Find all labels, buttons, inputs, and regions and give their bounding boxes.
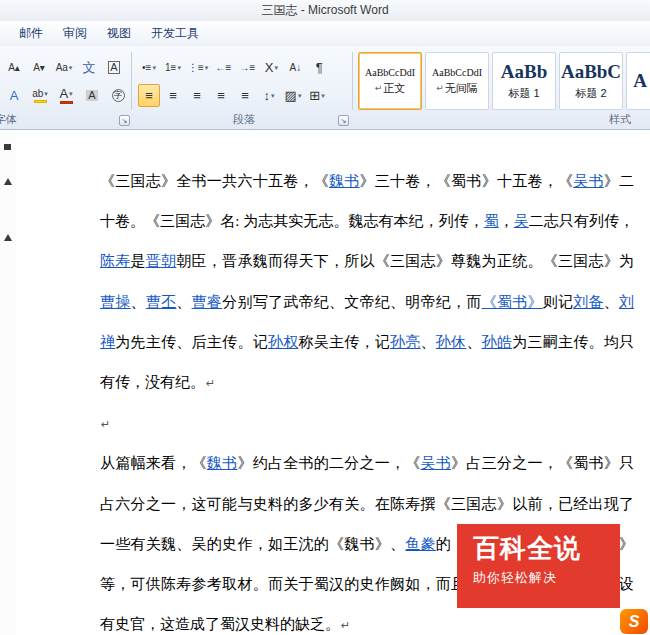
text-run: 称吴主传，记	[298, 334, 390, 350]
change-case-button[interactable]: Aa▾	[53, 56, 75, 79]
corner-logo: S	[620, 609, 648, 634]
menu-tab-view[interactable]: 视图	[98, 22, 140, 45]
hyperlink[interactable]: 晋朝	[146, 253, 177, 269]
style-normal[interactable]: AaBbCcDdI↵正文	[358, 52, 422, 110]
hyperlink[interactable]: 吴书	[573, 173, 604, 189]
hyperlink[interactable]: 吴书	[421, 455, 452, 471]
font-dialog-launcher-icon[interactable]: ↘	[119, 115, 130, 126]
hyperlink[interactable]: 孙权	[268, 334, 299, 350]
increase-indent-icon: →≡	[239, 63, 255, 73]
style-name: 标题 1	[508, 86, 539, 101]
shading-button[interactable]: ▨▾	[282, 84, 304, 107]
dropdown-arrow-icon: ▾	[152, 64, 156, 71]
hyperlink[interactable]: 鱼豢	[405, 536, 436, 552]
dropdown-arrow-icon: ▾	[271, 92, 275, 99]
phonetic-guide-icon: 文	[83, 61, 96, 74]
styles-group-label: 样式	[560, 112, 650, 127]
text-effect-button[interactable]: A	[3, 84, 25, 107]
ruler-marker	[4, 234, 12, 241]
window-title: 三国志 - Microsoft Word	[261, 3, 388, 17]
watermark: 百科全说 助你轻松解决	[457, 524, 620, 608]
menu-tab-developer[interactable]: 开发工具	[142, 22, 208, 45]
hyperlink[interactable]: 孙皓	[482, 334, 513, 350]
text-run: 、	[421, 334, 436, 350]
menu-tab-mail[interactable]: 邮件	[10, 22, 52, 45]
style-no-spacing[interactable]: AaBbCcDdI↵无间隔	[425, 52, 489, 110]
paragraph-group-row2: ≡≡≡≡≡↕▾▨▾⊞▾	[138, 84, 328, 107]
sort-button[interactable]: A↓	[284, 56, 306, 79]
color-bar	[60, 101, 73, 104]
style-label: 标题 2	[575, 86, 606, 101]
text-effect-icon: A	[10, 89, 19, 102]
text-run: 则记	[543, 294, 574, 310]
paragraph-dialog-launcher-icon[interactable]: ↘	[338, 115, 349, 126]
align-right-button[interactable]: ≡	[186, 84, 208, 107]
distribute-button[interactable]: ≡	[234, 84, 256, 107]
asian-layout-button[interactable]: X▾	[260, 56, 282, 79]
hyperlink[interactable]: 孙亮	[390, 334, 421, 350]
shading-icon: ▨	[285, 89, 297, 102]
dropdown-arrow-icon: ▾	[44, 90, 48, 97]
decrease-indent-button[interactable]: ←≡	[212, 56, 234, 79]
hyperlink[interactable]: 曹睿	[192, 294, 223, 310]
align-left-button[interactable]: ≡	[138, 84, 160, 107]
hyperlink[interactable]: 刘备	[573, 294, 604, 310]
font-group-label: 字体	[0, 112, 28, 127]
character-border-button[interactable]: A	[103, 56, 125, 79]
show-formatting-marks-icon: ¶	[316, 61, 323, 74]
justify-button[interactable]: ≡	[210, 84, 232, 107]
line-spacing-button[interactable]: ↕▾	[258, 84, 280, 107]
dropdown-arrow-icon: ▾	[321, 92, 325, 99]
style-name: 正文	[383, 81, 405, 96]
decrease-indent-icon: ←≡	[215, 63, 231, 73]
increase-indent-button[interactable]: →≡	[236, 56, 258, 79]
launcher-arrow-icon: ↘	[122, 117, 128, 124]
hyperlink[interactable]: 吴	[514, 213, 529, 229]
hyperlink[interactable]: 陈寿	[100, 253, 131, 269]
font-color-button[interactable]: A▾	[55, 84, 77, 107]
hyperlink[interactable]: 《蜀书》	[482, 294, 543, 310]
corner-logo-letter: S	[629, 613, 640, 631]
enclose-character-button[interactable]: 字	[107, 84, 129, 107]
style-gallery: AaBbCcDdI↵正文AaBbCcDdI↵无间隔AaBb标题 1AaBbC标题…	[358, 52, 650, 110]
text-run: 、	[604, 294, 619, 310]
bullets-button[interactable]: •≡▾	[138, 56, 160, 79]
hyperlink[interactable]: 曹操	[100, 294, 131, 310]
asian-layout-icon: X	[265, 61, 274, 74]
style-heading-1[interactable]: AaBb标题 1	[492, 52, 556, 110]
align-center-button[interactable]: ≡	[162, 84, 184, 107]
enclose-character-icon: 字	[112, 89, 125, 102]
hyperlink[interactable]: 孙休	[436, 334, 467, 350]
hyperlink[interactable]: 曹丕	[146, 294, 177, 310]
paragraph-group-label: 段落	[138, 112, 350, 127]
style-overflow[interactable]: A	[626, 52, 650, 110]
launcher-arrow-icon: ↘	[341, 117, 347, 124]
highlight-button[interactable]: ab▾	[29, 84, 51, 107]
hyperlink[interactable]: 蜀	[484, 213, 499, 229]
show-formatting-marks-button[interactable]: ¶	[308, 56, 330, 79]
grow-font-button[interactable]: A▴	[3, 56, 25, 79]
shrink-font-button[interactable]: A▾	[28, 56, 50, 79]
style-name: 无间隔	[445, 81, 478, 96]
font-color-icon: A	[59, 87, 68, 100]
character-shading-button[interactable]: A	[81, 84, 103, 107]
borders-button[interactable]: ⊞▾	[306, 84, 328, 107]
multilevel-list-button[interactable]: ⋮≡▾	[186, 56, 210, 79]
title-bar: 三国志 - Microsoft Word	[0, 0, 650, 21]
style-preview: AaBbCcDdI	[365, 67, 415, 78]
align-center-icon: ≡	[169, 89, 177, 102]
hyperlink[interactable]: 魏书	[329, 173, 360, 189]
paragraph-mark-icon: ↵	[375, 83, 383, 93]
style-heading-2[interactable]: AaBbC标题 2	[559, 52, 623, 110]
style-name: 标题 2	[575, 86, 606, 101]
style-preview: A	[633, 70, 647, 92]
paragraph-mark-icon: ↵	[101, 418, 110, 430]
hyperlink[interactable]: 魏书	[207, 455, 238, 471]
dropdown-arrow-icon: ▾	[205, 64, 209, 71]
menu-tab-review[interactable]: 审阅	[54, 22, 96, 45]
numbering-button[interactable]: 1≡▾	[162, 56, 184, 79]
multilevel-list-icon: ⋮≡	[188, 63, 204, 73]
align-left-icon: ≡	[145, 89, 153, 102]
dropdown-arrow-icon: ▾	[177, 64, 181, 71]
phonetic-guide-button[interactable]: 文	[78, 56, 100, 79]
